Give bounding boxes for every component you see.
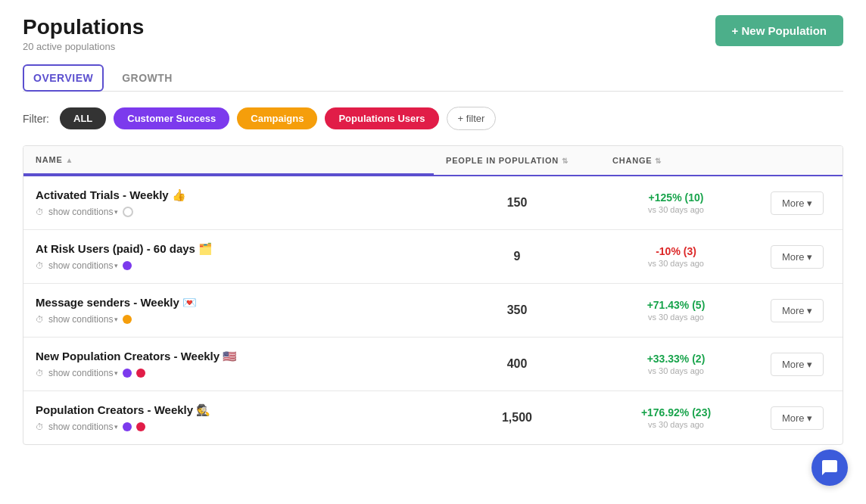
table-container: NAME ▲ PEOPLE IN POPULATION ⇅ CHANGE ⇅ A…: [23, 145, 843, 445]
row-4-name-cell: New Population Creators - Weekly 🇺🇸 ⏱ sh…: [23, 338, 434, 390]
filter-row: Filter: ALL Customer Success Campaigns P…: [23, 107, 843, 130]
row-1-name-cell: Activated Trials - Weekly 👍 ⏱ show condi…: [23, 176, 434, 229]
conditions-clock-icon: ⏱: [36, 315, 44, 324]
show-conditions-link[interactable]: show conditions ▾: [48, 422, 118, 432]
row-2-more-button[interactable]: More ▾: [771, 245, 824, 269]
dot-circle: [123, 207, 133, 217]
chat-button[interactable]: [811, 450, 848, 486]
row-1-change-cell: +125% (10) vs 30 days ago: [600, 176, 752, 229]
row-2-name-cell: At Risk Users (paid) - 60 days 🗂️ ⏱ show…: [23, 230, 434, 283]
chevron-down-icon: ▾: [114, 316, 118, 323]
chat-icon: [821, 459, 839, 477]
filter-all-button[interactable]: ALL: [60, 107, 106, 129]
col-change: CHANGE ⇅: [600, 146, 752, 175]
chevron-down-icon: ▾: [114, 262, 118, 269]
sort-name-icon[interactable]: ▲: [66, 156, 74, 164]
row-3-more-button[interactable]: More ▾: [771, 299, 824, 322]
row-5-people-cell: 1,500: [434, 391, 600, 444]
show-conditions-link[interactable]: show conditions ▾: [48, 207, 118, 217]
header-row: Populations 20 active populations + New …: [23, 15, 843, 52]
row-2-people-cell: 9: [434, 230, 600, 283]
sort-people-icon[interactable]: ⇅: [562, 157, 569, 165]
table-row: At Risk Users (paid) - 60 days 🗂️ ⏱ show…: [23, 230, 843, 284]
dot-purple: [123, 422, 132, 431]
show-conditions-link[interactable]: show conditions ▾: [48, 314, 118, 325]
row-1-title: Activated Trials - Weekly 👍: [36, 188, 186, 202]
row-1-conditions: ⏱ show conditions ▾: [36, 207, 133, 217]
filter-customer-success-button[interactable]: Customer Success: [114, 107, 229, 129]
new-population-button[interactable]: + New Population: [715, 15, 843, 46]
col-action: [752, 146, 843, 175]
row-3-name-cell: Message senders - Weekly 💌 ⏱ show condit…: [23, 284, 434, 337]
tabs-row: OVERVIEW GROWTH: [23, 64, 843, 92]
table-row: Message senders - Weekly 💌 ⏱ show condit…: [23, 284, 843, 338]
dot-red: [136, 369, 145, 378]
table-row: Population Creators - Weekly 🕵️ ⏱ show c…: [23, 391, 843, 444]
row-3-change-value: +71.43% (5): [647, 299, 706, 311]
row-5-title: Population Creators - Weekly 🕵️: [36, 403, 210, 417]
row-1-vs-text: vs 30 days ago: [648, 205, 704, 214]
row-2-vs-text: vs 30 days ago: [648, 259, 704, 268]
active-count: 20 active populations: [23, 41, 144, 52]
title-block: Populations 20 active populations: [23, 15, 144, 52]
tab-growth[interactable]: GROWTH: [119, 64, 176, 92]
col-name: NAME ▲: [23, 146, 434, 175]
row-4-change-cell: +33.33% (2) vs 30 days ago: [600, 338, 752, 390]
row-4-change-value: +33.33% (2): [647, 353, 706, 365]
row-3-vs-text: vs 30 days ago: [648, 313, 704, 322]
dot-purple: [123, 261, 132, 270]
row-2-change-value: -10% (3): [656, 245, 696, 257]
table-header: NAME ▲ PEOPLE IN POPULATION ⇅ CHANGE ⇅: [23, 146, 843, 176]
row-1-people-cell: 150: [434, 176, 600, 229]
row-2-title: At Risk Users (paid) - 60 days 🗂️: [36, 242, 213, 256]
conditions-clock-icon: ⏱: [36, 261, 44, 270]
table-row: Activated Trials - Weekly 👍 ⏱ show condi…: [23, 176, 843, 230]
row-5-change-cell: +176.92% (23) vs 30 days ago: [600, 391, 752, 444]
row-5-more-button[interactable]: More ▾: [771, 406, 824, 430]
row-3-people-cell: 350: [434, 284, 600, 337]
table-row: New Population Creators - Weekly 🇺🇸 ⏱ sh…: [23, 338, 843, 391]
row-4-title: New Population Creators - Weekly 🇺🇸: [36, 350, 237, 363]
row-1-change-value: +125% (10): [649, 191, 704, 204]
row-3-conditions: ⏱ show conditions ▾: [36, 314, 132, 325]
sort-change-icon[interactable]: ⇅: [655, 157, 662, 165]
show-conditions-link[interactable]: show conditions ▾: [48, 260, 118, 271]
chevron-down-icon: ▾: [114, 208, 118, 216]
page-container: Populations 20 active populations + New …: [0, 0, 866, 504]
row-5-change-value: +176.92% (23): [641, 406, 711, 418]
col-people: PEOPLE IN POPULATION ⇅: [434, 146, 600, 175]
row-2-change-cell: -10% (3) vs 30 days ago: [600, 230, 752, 283]
row-3-title: Message senders - Weekly 💌: [36, 296, 197, 310]
row-3-change-cell: +71.43% (5) vs 30 days ago: [600, 284, 752, 337]
chevron-down-icon: ▾: [114, 369, 118, 377]
conditions-clock-icon: ⏱: [36, 369, 44, 378]
row-5-name-cell: Population Creators - Weekly 🕵️ ⏱ show c…: [23, 391, 434, 444]
filter-add-button[interactable]: + filter: [447, 107, 497, 130]
show-conditions-link[interactable]: show conditions ▾: [48, 368, 118, 378]
chevron-down-icon: ▾: [114, 423, 118, 431]
row-3-action-cell: More ▾: [752, 284, 843, 337]
filter-campaigns-button[interactable]: Campaigns: [237, 107, 317, 129]
dot-purple: [123, 369, 132, 378]
page-title: Populations: [23, 15, 144, 39]
filter-label: Filter:: [23, 113, 49, 125]
row-5-vs-text: vs 30 days ago: [648, 420, 704, 429]
row-5-conditions: ⏱ show conditions ▾: [36, 422, 145, 432]
conditions-clock-icon: ⏱: [36, 207, 44, 216]
dot-yellow: [123, 315, 132, 324]
row-2-action-cell: More ▾: [752, 230, 843, 283]
row-2-conditions: ⏱ show conditions ▾: [36, 260, 132, 271]
filter-populations-users-button[interactable]: Populations Users: [325, 107, 438, 129]
row-4-vs-text: vs 30 days ago: [648, 366, 704, 375]
row-4-conditions: ⏱ show conditions ▾: [36, 368, 145, 378]
conditions-clock-icon: ⏱: [36, 422, 44, 431]
dot-red: [136, 422, 145, 431]
row-4-people-cell: 400: [434, 338, 600, 390]
row-1-more-button[interactable]: More ▾: [771, 191, 824, 215]
row-4-more-button[interactable]: More ▾: [771, 353, 824, 376]
row-5-action-cell: More ▾: [752, 391, 843, 444]
tab-overview[interactable]: OVERVIEW: [23, 64, 104, 92]
row-4-action-cell: More ▾: [752, 338, 843, 390]
row-1-action-cell: More ▾: [752, 176, 843, 229]
